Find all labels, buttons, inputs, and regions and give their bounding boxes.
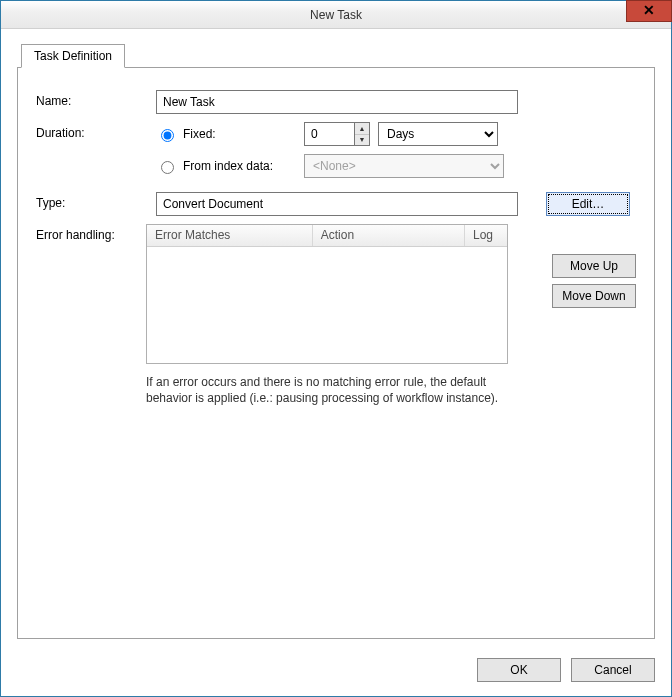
label-duration: Duration: bbox=[36, 122, 156, 140]
duration-fixed-line: Fixed: ▲ ▼ Days bbox=[156, 122, 498, 146]
edit-type-button[interactable]: Edit… bbox=[546, 192, 630, 216]
radio-index-input[interactable] bbox=[161, 161, 174, 174]
type-display bbox=[156, 192, 518, 216]
error-table-header: Error Matches Action Log bbox=[147, 225, 507, 247]
move-down-button[interactable]: Move Down bbox=[552, 284, 636, 308]
move-up-button[interactable]: Move Up bbox=[552, 254, 636, 278]
name-input[interactable] bbox=[156, 90, 518, 114]
duration-spinner: ▲ ▼ bbox=[304, 122, 370, 146]
row-duration: Duration: Fixed: ▲ ▼ bbox=[36, 122, 636, 178]
close-button[interactable]: ✕ bbox=[626, 0, 672, 22]
tab-label: Task Definition bbox=[34, 49, 112, 63]
spin-down-button[interactable]: ▼ bbox=[355, 135, 369, 146]
duration-units-select[interactable]: Days bbox=[378, 122, 498, 146]
index-source-select: <None> bbox=[304, 154, 504, 178]
label-error-handling: Error handling: bbox=[36, 224, 146, 242]
close-icon: ✕ bbox=[643, 2, 655, 18]
error-help-text: If an error occurs and there is no match… bbox=[146, 374, 532, 406]
cancel-button[interactable]: Cancel bbox=[571, 658, 655, 682]
spin-up-button[interactable]: ▲ bbox=[355, 123, 369, 135]
label-name: Name: bbox=[36, 90, 156, 108]
radio-index[interactable]: From index data: bbox=[156, 158, 296, 174]
col-error-matches: Error Matches bbox=[147, 225, 313, 246]
tab-strip: Task Definition bbox=[21, 43, 655, 67]
titlebar: New Task ✕ bbox=[1, 1, 671, 29]
row-error-handling: Error handling: Error Matches Action Log… bbox=[36, 224, 636, 406]
dialog-new-task: New Task ✕ Task Definition Name: Duratio… bbox=[0, 0, 672, 697]
radio-fixed[interactable]: Fixed: bbox=[156, 126, 296, 142]
ok-button[interactable]: OK bbox=[477, 658, 561, 682]
duration-index-line: From index data: <None> bbox=[156, 154, 504, 178]
dialog-footer: OK Cancel bbox=[477, 658, 655, 682]
row-type: Type: Edit… bbox=[36, 192, 636, 216]
tab-panel: Name: Duration: Fixed: bbox=[17, 67, 655, 639]
client-area: Task Definition Name: Duration: Fixed: bbox=[1, 29, 671, 696]
error-rules-table[interactable]: Error Matches Action Log bbox=[146, 224, 508, 364]
col-action: Action bbox=[313, 225, 465, 246]
row-name: Name: bbox=[36, 90, 636, 114]
radio-fixed-label: Fixed: bbox=[183, 127, 216, 141]
tab-task-definition[interactable]: Task Definition bbox=[21, 44, 125, 68]
radio-index-label: From index data: bbox=[183, 159, 273, 173]
label-type: Type: bbox=[36, 192, 156, 210]
window-title: New Task bbox=[310, 8, 362, 22]
col-log: Log bbox=[465, 225, 507, 246]
duration-value-input[interactable] bbox=[304, 122, 354, 146]
radio-fixed-input[interactable] bbox=[161, 129, 174, 142]
